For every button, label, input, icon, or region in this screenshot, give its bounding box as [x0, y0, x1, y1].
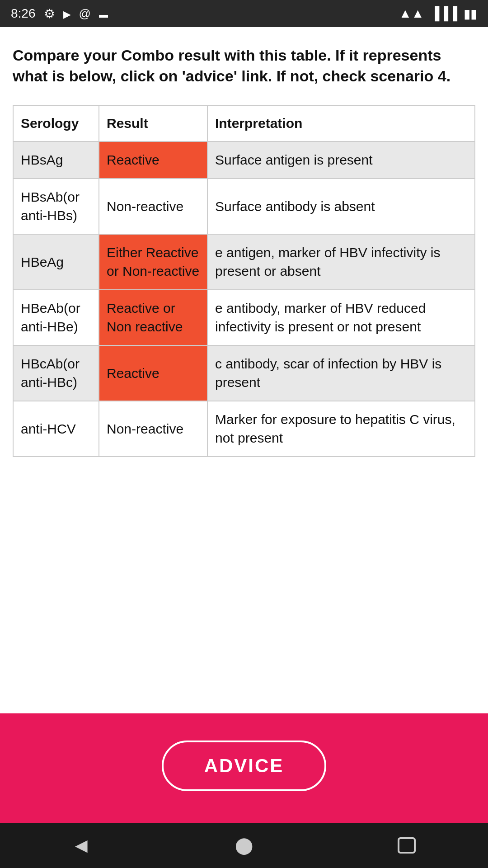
cell-result: Reactive [99, 142, 207, 179]
settings-icon [44, 6, 55, 21]
status-time: 8:26 [11, 6, 36, 21]
bottom-section: ADVICE [0, 713, 488, 823]
cell-result: Non-reactive [99, 401, 207, 457]
advice-button[interactable]: ADVICE [162, 741, 327, 791]
back-icon [75, 836, 88, 855]
header-interpretation: Interpretation [207, 105, 475, 142]
header-serology: Serology [13, 105, 99, 142]
status-bar: 8:26 ▲ ▐▐ ▮ [0, 0, 488, 27]
table-row: HBsAb(or anti-HBs)Non-reactiveSurface an… [13, 179, 475, 234]
cell-interpretation: e antibody, marker of HBV reduced infect… [207, 290, 475, 345]
cell-result: Non-reactive [99, 179, 207, 234]
serology-table: Serology Result Interpretation HBsAgReac… [13, 105, 475, 458]
cell-result: Either Reactive or Non-reactive [99, 234, 207, 290]
table-header-row: Serology Result Interpretation [13, 105, 475, 142]
at-icon [79, 6, 91, 21]
main-content: Compare your Combo result with this tabl… [0, 27, 488, 713]
table-row: anti-HCVNon-reactiveMarker for exposure … [13, 401, 475, 457]
signal-icon: ▐▐ [430, 6, 457, 21]
status-right: ▲ ▐▐ ▮ [399, 6, 477, 21]
recents-icon [398, 837, 416, 854]
battery-icon: ▮ [464, 6, 477, 21]
cell-interpretation: e antigen, marker of HBV infectivity is … [207, 234, 475, 290]
play-icon [63, 6, 71, 21]
cell-interpretation: Marker for exposure to hepatitis C virus… [207, 401, 475, 457]
cell-serology: HBsAb(or anti-HBs) [13, 179, 99, 234]
wifi-icon: ▲ [399, 6, 424, 21]
cell-interpretation: Surface antigen is present [207, 142, 475, 179]
navigation-bar [0, 823, 488, 868]
home-icon [235, 836, 253, 855]
cell-serology: anti-HCV [13, 401, 99, 457]
svg-rect-0 [399, 838, 415, 853]
cell-interpretation: c antibody, scar of infection by HBV is … [207, 345, 475, 401]
home-button[interactable] [233, 834, 255, 857]
card-icon [99, 6, 108, 21]
cell-result: Reactive or Non reactive [99, 290, 207, 345]
cell-serology: HBcAb(or anti-HBc) [13, 345, 99, 401]
table-row: HBcAb(or anti-HBc)Reactivec antibody, sc… [13, 345, 475, 401]
cell-serology: HBeAg [13, 234, 99, 290]
header-result: Result [99, 105, 207, 142]
table-row: HBsAgReactiveSurface antigen is present [13, 142, 475, 179]
recents-button[interactable] [395, 834, 418, 857]
cell-result: Reactive [99, 345, 207, 401]
status-left: 8:26 [11, 6, 108, 21]
table-row: HBeAgEither Reactive or Non-reactivee an… [13, 234, 475, 290]
back-button[interactable] [70, 834, 93, 857]
cell-interpretation: Surface antibody is absent [207, 179, 475, 234]
cell-serology: HBsAg [13, 142, 99, 179]
table-row: HBeAb(or anti-HBe)Reactive or Non reacti… [13, 290, 475, 345]
cell-serology: HBeAb(or anti-HBe) [13, 290, 99, 345]
intro-text: Compare your Combo result with this tabl… [13, 45, 475, 87]
